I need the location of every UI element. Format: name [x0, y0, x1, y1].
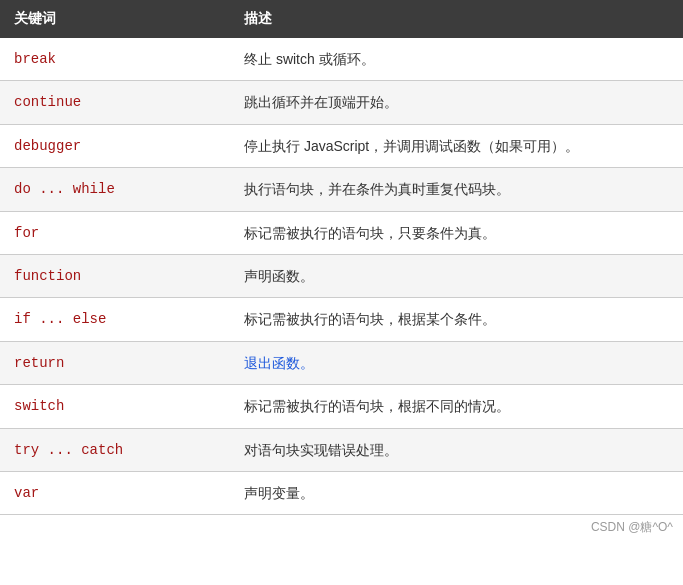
table-row: debugger停止执行 JavaScript，并调用调试函数（如果可用）。 — [0, 124, 683, 167]
table-row: do ... while执行语句块，并在条件为真时重复代码块。 — [0, 168, 683, 211]
cell-description: 声明变量。 — [230, 471, 683, 514]
cell-description: 终止 switch 或循环。 — [230, 38, 683, 81]
cell-description: 标记需被执行的语句块，只要条件为真。 — [230, 211, 683, 254]
cell-keyword: if ... else — [0, 298, 230, 341]
table-row: return退出函数。 — [0, 341, 683, 384]
cell-keyword: for — [0, 211, 230, 254]
cell-description: 退出函数。 — [230, 341, 683, 384]
cell-keyword: var — [0, 471, 230, 514]
cell-keyword: function — [0, 254, 230, 297]
table-row: continue跳出循环并在顶端开始。 — [0, 81, 683, 124]
cell-keyword: debugger — [0, 124, 230, 167]
cell-description: 跳出循环并在顶端开始。 — [230, 81, 683, 124]
cell-description: 执行语句块，并在条件为真时重复代码块。 — [230, 168, 683, 211]
cell-keyword: switch — [0, 385, 230, 428]
cell-description: 停止执行 JavaScript，并调用调试函数（如果可用）。 — [230, 124, 683, 167]
watermark: CSDN @糖^O^ — [0, 515, 683, 540]
table-row: if ... else标记需被执行的语句块，根据某个条件。 — [0, 298, 683, 341]
cell-keyword: break — [0, 38, 230, 81]
cell-description: 对语句块实现错误处理。 — [230, 428, 683, 471]
cell-keyword: do ... while — [0, 168, 230, 211]
cell-description: 标记需被执行的语句块，根据某个条件。 — [230, 298, 683, 341]
table-row: var声明变量。 — [0, 471, 683, 514]
cell-keyword: return — [0, 341, 230, 384]
table-row: switch标记需被执行的语句块，根据不同的情况。 — [0, 385, 683, 428]
cell-keyword: try ... catch — [0, 428, 230, 471]
table-row: break终止 switch 或循环。 — [0, 38, 683, 81]
header-keyword: 关键词 — [0, 0, 230, 38]
table-row: try ... catch对语句块实现错误处理。 — [0, 428, 683, 471]
table-row: for标记需被执行的语句块，只要条件为真。 — [0, 211, 683, 254]
cell-description: 标记需被执行的语句块，根据不同的情况。 — [230, 385, 683, 428]
keywords-table: 关键词 描述 break终止 switch 或循环。continue跳出循环并在… — [0, 0, 683, 515]
cell-description: 声明函数。 — [230, 254, 683, 297]
table-header-row: 关键词 描述 — [0, 0, 683, 38]
header-desc: 描述 — [230, 0, 683, 38]
table-row: function声明函数。 — [0, 254, 683, 297]
cell-keyword: continue — [0, 81, 230, 124]
